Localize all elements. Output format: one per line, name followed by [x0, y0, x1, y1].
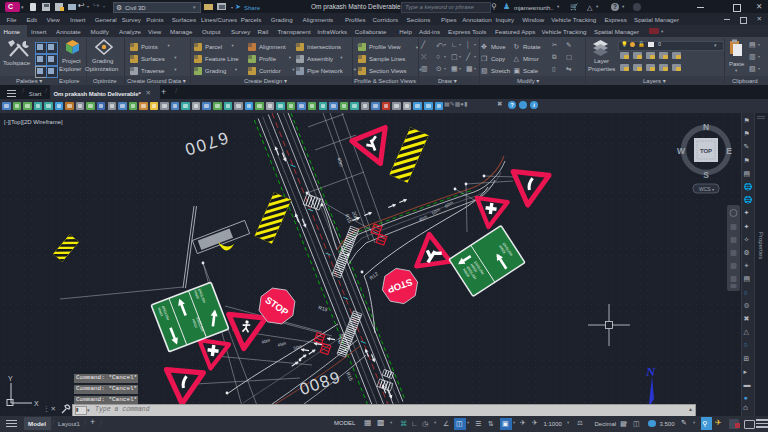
svg-text:W: W [677, 146, 686, 156]
svg-text:N: N [645, 364, 656, 379]
svg-text:X: X [34, 400, 39, 407]
svg-text:Y: Y [8, 375, 13, 382]
svg-text:▾: ▾ [712, 187, 714, 192]
svg-text:[-][Top][2D Wireframe]: [-][Top][2D Wireframe] [4, 119, 63, 125]
svg-text:N: N [703, 122, 709, 132]
svg-text:S: S [703, 170, 709, 180]
svg-text:TOP: TOP [700, 148, 712, 154]
svg-text:WCS: WCS [699, 186, 711, 192]
svg-text:E: E [726, 146, 732, 156]
